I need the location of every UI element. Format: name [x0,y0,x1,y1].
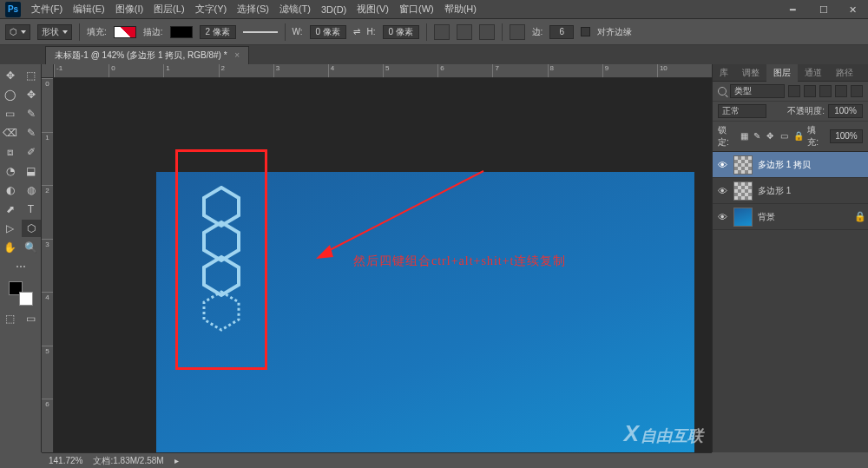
menu-select[interactable]: 选择(S) [237,3,269,16]
annotation-text: 然后四键组合ctrl+alt+shit+t连续复制 [353,254,566,269]
layer-row[interactable]: 👁 背景 🔒 [713,204,868,230]
stroke-style-dropdown[interactable] [243,31,278,33]
path-arrange-icon[interactable] [479,24,495,40]
blend-mode-dropdown[interactable]: 正常 [718,104,766,118]
stroke-width-input[interactable]: 2 像素 [200,25,236,39]
more-tools-icon[interactable]: ⋯ [2,258,40,275]
lock-position-icon[interactable]: ✎ [753,131,763,142]
menu-type[interactable]: 文字(Y) [195,3,227,16]
path-select-tool[interactable]: ▷ [1,220,20,237]
close-icon[interactable]: ✕ [849,4,863,15]
brush-tool[interactable]: ✎ [22,124,41,142]
app-logo: Ps [5,2,21,17]
wand-tool[interactable]: ✥ [22,86,41,103]
marquee-tool[interactable]: ⬚ [22,67,41,84]
filter-shape-icon[interactable] [835,85,847,97]
path-align-icon[interactable] [457,24,472,40]
menu-file[interactable]: 文件(F) [31,3,62,16]
canvas-area: -1012345678910 0123456 然后 [42,64,712,452]
layer-row[interactable]: 👁 多边形 1 拷贝 [713,152,868,178]
quickmask-icon[interactable]: ⬚ [1,310,20,327]
stroke-swatch[interactable] [170,26,193,38]
color-swatches[interactable] [9,281,33,306]
height-input[interactable]: 0 像素 [383,25,419,39]
type-tool[interactable]: T [22,201,41,218]
fill-swatch[interactable] [114,26,136,38]
layer-name[interactable]: 多边形 1 拷贝 [758,159,865,171]
eyedropper-tool[interactable]: ✎ [22,105,41,122]
tab-adjustments[interactable]: 调整 [735,64,766,82]
lock-artboard-icon[interactable]: ▭ [780,131,790,142]
tab-library[interactable]: 库 [713,64,735,82]
maximize-icon[interactable]: ☐ [819,4,833,15]
link-icon[interactable]: ⇌ [353,27,360,36]
doc-size[interactable]: 文档:1.83M/2.58M [93,455,163,467]
filter-type-icon[interactable] [819,85,832,97]
pen-tool[interactable]: ⬈ [1,201,20,218]
stamp-tool[interactable]: ⧈ [1,143,20,161]
menu-layer[interactable]: 图层(L) [154,3,184,16]
layer-list: 👁 多边形 1 拷贝 👁 多边形 1 👁 背景 🔒 [713,152,868,452]
path-combine-icon[interactable] [434,24,450,40]
document-tab-bar: 未标题-1 @ 142% (多边形 1 拷贝, RGB/8#) * × [0,45,868,64]
history-brush-tool[interactable]: ✐ [22,143,41,161]
filter-smart-icon[interactable] [851,85,863,97]
layer-row[interactable]: 👁 多边形 1 [713,178,868,204]
heal-tool[interactable]: ⌫ [1,124,20,142]
document-tab[interactable]: 未标题-1 @ 142% (多边形 1 拷贝, RGB/8#) * × [45,46,249,64]
fill-opacity-input[interactable]: 100% [830,129,863,143]
shape-mode-dropdown[interactable]: 形状 [37,24,72,40]
layer-name[interactable]: 背景 [758,211,849,223]
layer-name[interactable]: 多边形 1 [758,185,865,197]
menu-edit[interactable]: 编辑(E) [73,3,105,16]
filter-pixel-icon[interactable] [788,85,800,97]
menu-window[interactable]: 窗口(W) [399,3,434,16]
menu-3d[interactable]: 3D(D) [321,4,346,15]
filter-kind-dropdown[interactable]: 类型 [730,84,785,98]
menu-help[interactable]: 帮助(H) [444,3,477,16]
sides-label: 边: [532,26,543,38]
lock-icon[interactable]: 🔒 [793,131,804,142]
lasso-tool[interactable]: ◯ [1,86,20,103]
chevron-right-icon[interactable]: ▸ [174,456,179,465]
gradient-tool[interactable]: ⬓ [22,162,41,180]
eye-icon[interactable]: 👁 [716,212,728,222]
layer-thumb[interactable] [733,208,753,227]
lock-all-icon[interactable]: ✥ [766,131,776,142]
layer-thumb[interactable] [733,181,753,201]
shape-tool[interactable]: ⬡ [22,220,41,237]
crop-tool[interactable]: ▭ [1,105,20,122]
tool-preset-dropdown[interactable]: ⬡ [5,24,30,40]
minimize-icon[interactable]: ━ [790,4,804,15]
tab-layers[interactable]: 图层 [766,64,798,82]
opacity-input[interactable]: 100% [828,104,863,118]
filter-adjust-icon[interactable] [804,85,816,97]
annotation-box [175,149,267,370]
eraser-tool[interactable]: ◔ [1,162,20,180]
tab-paths[interactable]: 路径 [829,64,860,82]
zoom-value[interactable]: 141.72% [49,456,82,465]
screenmode-icon[interactable]: ▭ [22,310,41,327]
tab-channels[interactable]: 通道 [798,64,829,82]
eye-icon[interactable]: 👁 [716,186,728,196]
move-tool[interactable]: ✥ [1,67,20,84]
menu-view[interactable]: 视图(V) [357,3,389,16]
hand-tool[interactable]: ✋ [1,239,20,256]
fill-opacity-label: 填充: [807,124,826,148]
blur-tool[interactable]: ◐ [1,181,20,199]
menu-image[interactable]: 图像(I) [115,3,143,16]
antialias-checkbox[interactable] [581,27,590,36]
dodge-tool[interactable]: ◍ [22,181,41,199]
sides-input[interactable]: 6 [549,25,574,39]
gear-icon[interactable] [510,24,525,40]
lock-pixels-icon[interactable]: ▦ [740,131,750,142]
eye-icon[interactable]: 👁 [716,160,728,170]
tab-close-icon[interactable]: × [234,50,240,60]
search-icon[interactable] [718,87,727,96]
width-input[interactable]: 0 像素 [310,25,346,39]
menu-filter[interactable]: 滤镜(T) [279,3,311,16]
layer-thumb[interactable] [733,155,753,175]
zoom-tool[interactable]: 🔍 [22,239,41,256]
ruler-horizontal: -1012345678910 [42,64,712,78]
svg-marker-5 [316,245,333,259]
